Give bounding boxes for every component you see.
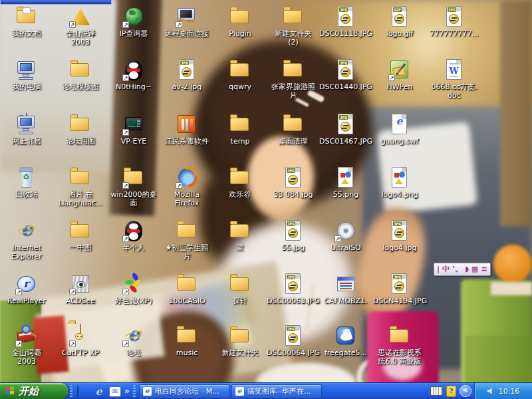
desktop-icon-junior3-student-photos-folder[interactable]: ★初三学生照 片 xyxy=(160,219,213,261)
icon-label: 一中图 xyxy=(54,243,107,252)
quick-launch-overflow-chevron[interactable]: » xyxy=(123,386,131,396)
desktop-icon-new-folder-2[interactable]: 新建文件夹 (2) xyxy=(267,5,320,47)
desktop-icon-zhangjiajie-photos-folder[interactable]: 张家界旅游照 片 xyxy=(267,59,320,100)
task-area-grip[interactable] xyxy=(133,385,136,398)
desktop-icon-0668-cc-plan-doc[interactable]: W0668.cc方案. doc xyxy=(428,59,481,100)
desktop-icon-100casio-folder[interactable]: 100CASIO xyxy=(160,273,213,305)
desktop-icon-dsc00063-jpg[interactable]: JPGDSC00063.JPG xyxy=(267,273,320,305)
ime-language-bar[interactable]: |中’。◗▦≡ xyxy=(434,263,491,276)
quick-launch-media-swirl-icon[interactable] xyxy=(76,385,89,398)
quick-launch-grip[interactable] xyxy=(70,385,72,398)
desktop-icon-pictures-lianghuac-folder[interactable]: 图片 在 Lianghuac... xyxy=(54,166,107,207)
jpg-icon: JPG xyxy=(334,113,357,136)
desktop-icon-cafmobz1[interactable]: CAFMOBZ1. xyxy=(319,273,372,305)
task-button-2[interactable]: e搞笑图库--华声在... xyxy=(231,384,322,398)
background-window-edge[interactable] xyxy=(0,0,112,5)
icon-label: temp xyxy=(213,137,267,146)
icon-label: VP-EYE xyxy=(107,137,160,146)
desktop-icon-55-jpg[interactable]: JPG55.jpg xyxy=(267,219,320,252)
desktop-icon-ultraiso[interactable]: UltraISO xyxy=(319,219,372,252)
icon-label: 张家界旅游照 片 xyxy=(267,82,320,100)
start-button[interactable]: 开始 xyxy=(0,383,68,399)
desktop-icon-plugin-folder[interactable]: Plugin xyxy=(213,5,267,38)
desktop-icon-freegate5[interactable]: freegate5... xyxy=(319,325,372,357)
tray-ime-keyboard-icon[interactable] xyxy=(430,386,443,396)
desktop-icon-dsc01440-jpg[interactable]: JPGDSC01440.JPG xyxy=(319,59,372,91)
desktop-icon-dsc01118-jpg[interactable]: JPGDSC01118.JPG xyxy=(319,5,372,38)
desktop-icon-probe-folder[interactable]: 探针 xyxy=(213,273,267,305)
desktop-icon-dsc01467-jpg[interactable]: JPGDSC01467.JPG xyxy=(319,113,372,146)
icon-label: N0tHing~ xyxy=(107,82,160,91)
shortcut-arrow-icon xyxy=(122,74,129,81)
desktop-icon-qqwry-folder[interactable]: qqwry xyxy=(213,59,267,91)
desktop-icon-liang-folder[interactable]: 梁 xyxy=(213,219,267,252)
icon-label: 论坛模板图 xyxy=(54,82,107,91)
desktop-icon-yizhongtu-folder[interactable]: 一中图 xyxy=(54,219,107,252)
icon-label: 55.jpg xyxy=(267,243,320,252)
desktop-icon-jiangmin-antivirus[interactable]: 江民杀毒软件 xyxy=(160,113,213,146)
desktop-icon-dsc00064-jpg[interactable]: JPGDSC00064.JPG xyxy=(267,325,320,357)
volume-speaker-icon[interactable] xyxy=(487,388,495,394)
globe-icon xyxy=(122,5,145,28)
desktop-icon-vp-eye[interactable]: VP-EYE xyxy=(107,113,160,146)
desktop-icon-dscn4194-jpg[interactable]: JPGDSCN4194.JPG xyxy=(373,273,426,305)
desktop-icon-kingsoft-fastait-2003[interactable]: 金山快译 2003 xyxy=(54,5,107,47)
desktop-icon-55-png[interactable]: 55.png xyxy=(319,166,372,199)
desktop-icon-forum-link[interactable]: e论坛 xyxy=(107,325,160,357)
folder-icon xyxy=(229,113,251,136)
desktop-icon-happy-valley-folder[interactable]: 欢乐谷 xyxy=(213,166,267,199)
quick-launch-outlook-express-icon[interactable]: ✉ xyxy=(108,385,121,398)
desktop-icon-internet-explorer[interactable]: eInternet Explorer xyxy=(0,219,53,261)
ime-drag-handle[interactable]: | xyxy=(437,264,440,275)
jiangmin-icon xyxy=(176,113,198,136)
ime-chinese-mode[interactable]: 中 xyxy=(442,264,450,275)
folder-icon xyxy=(69,166,92,189)
desktop-icon-haoseggui-xp[interactable]: 好色鬼(XP) xyxy=(107,273,160,305)
task-button-1[interactable]: e电白同乡论坛 - M... xyxy=(139,384,229,398)
desktop-icon-forum-template-folder[interactable]: 论坛模板图 xyxy=(54,59,107,91)
jpg-icon: JPG xyxy=(334,5,357,28)
desktop-icon-kingsoft-ciba-2003[interactable]: 金山词霸 2003 xyxy=(0,325,53,366)
ie-icon: e xyxy=(235,387,244,396)
vpeye-icon xyxy=(122,113,145,136)
desktop-icon-remote-desktop-connection[interactable]: 远程桌面连接 xyxy=(160,5,213,38)
desktop-icon-nothing-qq[interactable]: N0tHing~ xyxy=(107,59,160,91)
tray-hide-icons-chevron[interactable]: < xyxy=(460,385,471,397)
tray-help-icon[interactable]: ? xyxy=(446,386,456,397)
desktop-icon-av-2-jpg[interactable]: JPGav-2.jpg xyxy=(160,59,213,91)
desktop-icon-acdsee[interactable]: ACDSee xyxy=(54,273,107,305)
desktop-icon-music-folder[interactable]: music xyxy=(160,325,213,357)
desktop-icon-new-folder[interactable]: 新建文件夹 xyxy=(213,325,267,357)
ime-punctuation[interactable]: ’。 xyxy=(452,264,462,275)
ime-width-mode[interactable]: ◗ xyxy=(465,264,469,275)
ime-menu[interactable]: ≡ xyxy=(481,264,487,275)
desktop-icon-temp-folder[interactable]: temp xyxy=(213,113,267,146)
desktop-icon-33-084-jpg[interactable]: JPG33 084.jpg xyxy=(267,166,320,199)
desktop-icon-my-computer[interactable]: 我的电脑 xyxy=(0,59,53,91)
icon-label: logo4.jpg xyxy=(373,243,426,252)
desktop-icon-recycle-bin[interactable]: ♻回收站 xyxy=(0,166,53,199)
quick-launch-internet-explorer-icon[interactable]: e xyxy=(92,385,105,398)
taskbar-clock[interactable]: 10:16 xyxy=(499,387,520,396)
wallpaper-shape xyxy=(493,245,532,283)
desktop-icon-mozilla-firefox[interactable]: Mozilla Firefox xyxy=(160,166,213,207)
desktop-icon-guang-swf[interactable]: eguang.swf xyxy=(373,113,426,146)
shortcut-arrow-icon xyxy=(122,289,129,295)
ime-soft-keyboard[interactable]: ▦ xyxy=(471,264,478,275)
desktop-icon-sinuo-video-system-folder[interactable]: 思诺在影视系 统6.0 商业版 xyxy=(373,325,426,366)
desktop-icon-win2000-desktop-folder[interactable]: win2000的桌 面 xyxy=(107,166,160,207)
desktop-icon-logo-gif[interactable]: GIFlogo.gif xyxy=(373,5,426,38)
desktop-icon-ip-query-tool[interactable]: IP查询器 xyxy=(107,5,160,38)
desktop-icon-desktop-cleanup-folder[interactable]: 桌面清理 xyxy=(267,113,320,146)
desktop-icon-logo4-jpg[interactable]: JPGlogo4.jpg xyxy=(373,219,426,252)
desktop-icon-777777777-jpg[interactable]: JPG777777777... xyxy=(428,5,481,38)
desktop-icon-forum-images-folder[interactable]: 论坛用图 xyxy=(54,113,107,146)
icon-label: 网上邻居 xyxy=(0,137,53,146)
desktop-icon-half-person-qq[interactable]: 半个人 xyxy=(107,219,160,252)
desktop-icon-hwpen[interactable]: HWPen xyxy=(373,59,426,91)
desktop-icon-realplayer[interactable]: rRealPlayer xyxy=(0,273,53,305)
desktop-icon-my-documents[interactable]: 我的文档 xyxy=(0,5,53,38)
desktop-icon-my-network-places[interactable]: 网上邻居 xyxy=(0,113,53,146)
desktop-icon-logo4-png[interactable]: logo4.png xyxy=(373,166,426,199)
desktop-icon-cutftp-xp[interactable]: CutFTP XP xyxy=(54,325,107,357)
